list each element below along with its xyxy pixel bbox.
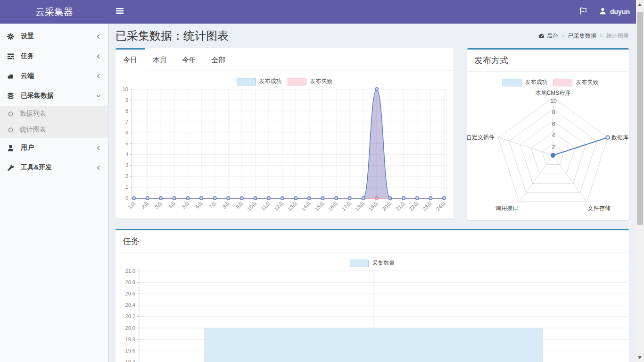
legend-swatch xyxy=(503,79,521,86)
sidebar-item[interactable]: 云端 xyxy=(0,66,108,86)
svg-text:4: 4 xyxy=(552,132,555,139)
svg-text:9: 9 xyxy=(125,97,128,103)
svg-text:18点: 18点 xyxy=(354,200,366,212)
sidebar-submenu: 数据列表统计图表 xyxy=(0,106,108,138)
svg-text:22点: 22点 xyxy=(408,200,420,212)
svg-text:20.8: 20.8 xyxy=(125,279,135,285)
breadcrumb-label: 后台 xyxy=(547,32,558,40)
legend-item: 发布失败 xyxy=(553,78,599,86)
legend-item: 发布成功 xyxy=(237,77,282,85)
tasks-bar-chart: 21.020.820.620.420.220.019.819.619.4 xyxy=(120,268,629,362)
legend-label: 发布失败 xyxy=(576,78,599,86)
app-brand[interactable]: 云采集器 xyxy=(0,0,108,24)
svg-text:21.0: 21.0 xyxy=(125,268,135,274)
legend-item: 发布成功 xyxy=(503,78,548,86)
svg-text:2: 2 xyxy=(125,173,128,179)
hourly-publish-panel: 今日本月今年全部 发布成功发布失败 0123456789101点2点3点4点5点… xyxy=(116,48,454,219)
svg-text:9点: 9点 xyxy=(235,200,245,210)
sidebar-item-label: 设置 xyxy=(21,32,96,41)
svg-text:10点: 10点 xyxy=(246,200,258,212)
sidebar-item-label: 工具&开发 xyxy=(21,163,96,172)
breadcrumb-current: 统计图表 xyxy=(596,32,629,40)
user-icon xyxy=(7,144,17,152)
flag-menu-button[interactable] xyxy=(579,7,587,17)
hourly-chart-legend: 发布成功发布失败 xyxy=(120,77,449,85)
sidebar-item[interactable]: 已采集数据 xyxy=(0,86,108,106)
tasks-title: 任务 xyxy=(116,230,629,253)
hourly-publish-chart: 0123456789101点2点3点4点5点6点7点8点9点10点11点12点1… xyxy=(120,86,449,212)
user-name: duyun xyxy=(610,8,630,16)
svg-text:7点: 7点 xyxy=(207,200,217,210)
wrench-icon xyxy=(7,164,17,171)
gear-icon xyxy=(7,33,17,40)
user-menu-button[interactable]: duyun xyxy=(599,8,630,16)
scrollbar-thumb[interactable] xyxy=(637,12,643,225)
breadcrumb-label: 统计图表 xyxy=(606,32,629,40)
tab[interactable]: 本月 xyxy=(145,48,174,70)
sidebar-subitem-label: 数据列表 xyxy=(20,109,46,118)
breadcrumb-link[interactable]: 已采集数据 xyxy=(558,32,596,40)
svg-text:6: 6 xyxy=(552,121,555,127)
svg-text:本地CMS程序: 本地CMS程序 xyxy=(535,90,571,96)
svg-text:17点: 17点 xyxy=(340,200,352,212)
svg-text:6: 6 xyxy=(125,130,128,135)
svg-text:调用接口: 调用接口 xyxy=(495,205,518,211)
tasks-chart-body: 采集数量 21.020.820.620.420.220.019.819.619.… xyxy=(116,253,629,362)
svg-text:19.8: 19.8 xyxy=(125,337,135,342)
scrollbar-up-arrow-icon[interactable] xyxy=(638,3,642,6)
flag-icon xyxy=(579,7,587,17)
svg-text:20.2: 20.2 xyxy=(125,313,135,319)
hamburger-icon xyxy=(116,8,124,16)
legend-swatch xyxy=(553,79,572,86)
svg-text:11点: 11点 xyxy=(260,200,271,211)
cloud-icon xyxy=(7,73,17,80)
svg-text:10: 10 xyxy=(550,98,557,104)
svg-text:2点: 2点 xyxy=(140,200,150,210)
svg-text:8点: 8点 xyxy=(221,200,231,210)
tab[interactable]: 全部 xyxy=(204,48,233,70)
chevron-left-icon xyxy=(96,145,101,151)
chevron-left-icon xyxy=(96,34,101,39)
svg-text:19.6: 19.6 xyxy=(125,348,135,354)
circle-icon xyxy=(8,127,16,133)
breadcrumb: 后台已采集数据统计图表 xyxy=(538,32,629,40)
svg-text:自定义插件: 自定义插件 xyxy=(467,134,495,141)
topbar: 云采集器 duyun xyxy=(0,0,644,24)
legend-label: 发布成功 xyxy=(259,77,282,85)
sidebar-item[interactable]: 任务 xyxy=(0,46,108,66)
sidebar-subitem[interactable]: 统计图表 xyxy=(0,122,108,138)
vertical-scrollbar[interactable] xyxy=(636,0,644,362)
top-row: 今日本月今年全部 发布成功发布失败 0123456789101点2点3点4点5点… xyxy=(116,48,629,220)
sidebar-item-label: 已采集数据 xyxy=(21,92,96,100)
breadcrumb-label: 已采集数据 xyxy=(568,32,596,40)
publish-method-title: 发布方式 xyxy=(467,50,629,72)
svg-text:3: 3 xyxy=(125,162,128,168)
svg-text:0: 0 xyxy=(125,195,128,201)
chevron-left-icon xyxy=(96,74,101,79)
sidebar-subitem[interactable]: 数据列表 xyxy=(0,106,108,122)
legend-item: 发布失败 xyxy=(288,77,333,85)
sidebar-subitem-label: 统计图表 xyxy=(20,126,46,134)
svg-text:5: 5 xyxy=(125,141,128,146)
svg-text:4: 4 xyxy=(125,152,128,157)
sidebar-item[interactable]: 工具&开发 xyxy=(0,158,108,177)
legend-item: 采集数量 xyxy=(350,259,395,267)
sidebar-item[interactable]: 用户 xyxy=(0,138,108,158)
sidebar-item[interactable]: 设置 xyxy=(0,26,108,46)
sidebar: 设置任务云端已采集数据数据列表统计图表用户工具&开发 xyxy=(0,24,108,362)
scrollbar-down-arrow-icon[interactable] xyxy=(638,356,642,359)
svg-text:1点: 1点 xyxy=(127,200,137,210)
user-avatar-icon xyxy=(599,8,606,16)
sidebar-item-label: 任务 xyxy=(21,52,96,60)
svg-text:20.6: 20.6 xyxy=(125,291,135,296)
tab[interactable]: 今日 xyxy=(116,48,145,71)
time-range-tabs: 今日本月今年全部 xyxy=(116,48,454,71)
circle-icon xyxy=(8,111,16,117)
breadcrumb-link[interactable]: 后台 xyxy=(538,32,558,40)
sidebar-toggle-button[interactable] xyxy=(108,0,131,24)
topbar-spacer xyxy=(131,0,579,24)
legend-swatch xyxy=(237,78,256,85)
chevron-down-icon xyxy=(96,93,101,99)
tab[interactable]: 今年 xyxy=(174,48,204,70)
svg-text:20点: 20点 xyxy=(381,200,393,212)
